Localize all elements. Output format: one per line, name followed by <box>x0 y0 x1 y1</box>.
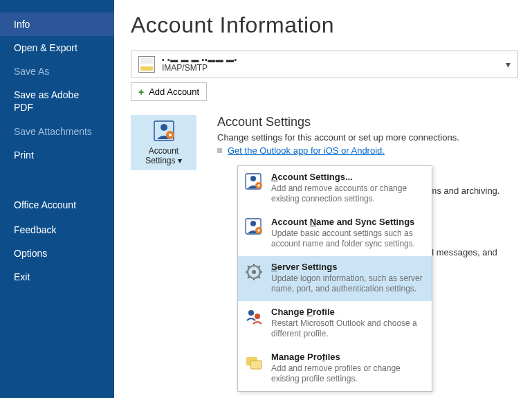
menu-item-account-settings[interactable]: Account Settings... Add and remove accou… <box>238 166 432 211</box>
sidebar-item-open-export[interactable]: Open & Export <box>0 36 114 60</box>
user-gear-icon <box>152 120 176 143</box>
page-title: Account Information <box>131 12 518 38</box>
add-account-button[interactable]: + Add Account <box>131 82 207 101</box>
svg-point-13 <box>252 270 256 274</box>
sidebar-item-feedback[interactable]: Feedback <box>0 218 114 242</box>
account-settings-title: Account Settings <box>217 115 459 129</box>
chevron-down-icon: ▾ <box>506 59 511 70</box>
menu-item-manage-profiles[interactable]: Manage Profiles Add and remove profiles … <box>238 346 432 391</box>
svg-point-9 <box>250 221 256 226</box>
folders-icon <box>245 353 263 371</box>
svg-point-22 <box>248 310 254 316</box>
user-gear-icon <box>245 218 263 236</box>
svg-rect-25 <box>250 361 262 369</box>
gear-icon <box>245 263 263 281</box>
svg-line-20 <box>258 266 260 268</box>
svg-point-11 <box>257 229 260 232</box>
backstage-sidebar: Info Open & Export Save As Save as Adobe… <box>0 0 114 398</box>
menu-item-change-profile[interactable]: Change Profile Restart Microsoft Outlook… <box>238 301 432 346</box>
sidebar-item-options[interactable]: Options <box>0 242 114 265</box>
sidebar-item-save-adobe-pdf[interactable]: Save as Adobe PDF <box>0 83 114 120</box>
svg-point-1 <box>160 124 167 131</box>
add-account-label: Add Account <box>149 87 199 97</box>
svg-point-5 <box>250 176 256 181</box>
svg-line-19 <box>258 276 260 278</box>
main-panel: Account Information ▪ ▪▬ ▬ ▬ ▪▪▬▬ ▬▪ IMA… <box>114 0 532 398</box>
sidebar-item-info[interactable]: Info <box>0 12 114 36</box>
profile-swap-icon <box>245 308 263 326</box>
svg-point-3 <box>169 134 172 136</box>
account-settings-button[interactable]: Account Settings ▾ <box>131 115 196 170</box>
plus-icon: + <box>138 87 144 97</box>
svg-point-7 <box>257 184 260 187</box>
account-settings-menu: Account Settings... Add and remove accou… <box>237 165 432 392</box>
svg-line-21 <box>248 276 250 278</box>
sidebar-item-exit[interactable]: Exit <box>0 265 114 289</box>
svg-line-18 <box>248 266 250 268</box>
sidebar-item-save-attachments: Save Attachments <box>0 120 114 143</box>
get-outlook-app-link[interactable]: Get the Outlook app for iOS or Android. <box>228 145 385 156</box>
account-icon <box>138 56 155 73</box>
sidebar-item-office-account[interactable]: Office Account <box>0 193 114 218</box>
sidebar-item-save-as: Save As <box>0 60 114 83</box>
svg-point-23 <box>255 314 260 319</box>
sidebar-item-print[interactable]: Print <box>0 143 114 167</box>
menu-item-account-name-sync[interactable]: Account Name and Sync Settings Update ba… <box>238 211 432 256</box>
account-settings-section: Account Settings ▾ Account Settings Chan… <box>131 115 518 170</box>
bullet-icon <box>217 148 222 153</box>
account-selector[interactable]: ▪ ▪▬ ▬ ▬ ▪▪▬▬ ▬▪ IMAP/SMTP ▾ <box>131 51 518 78</box>
menu-item-server-settings[interactable]: Server Settings Update logon information… <box>238 256 432 301</box>
account-protocol: IMAP/SMTP <box>162 64 237 73</box>
account-settings-desc: Change settings for this account or set … <box>217 132 459 143</box>
account-settings-button-label: Account Settings ▾ <box>135 147 192 166</box>
user-gear-icon <box>245 173 263 191</box>
